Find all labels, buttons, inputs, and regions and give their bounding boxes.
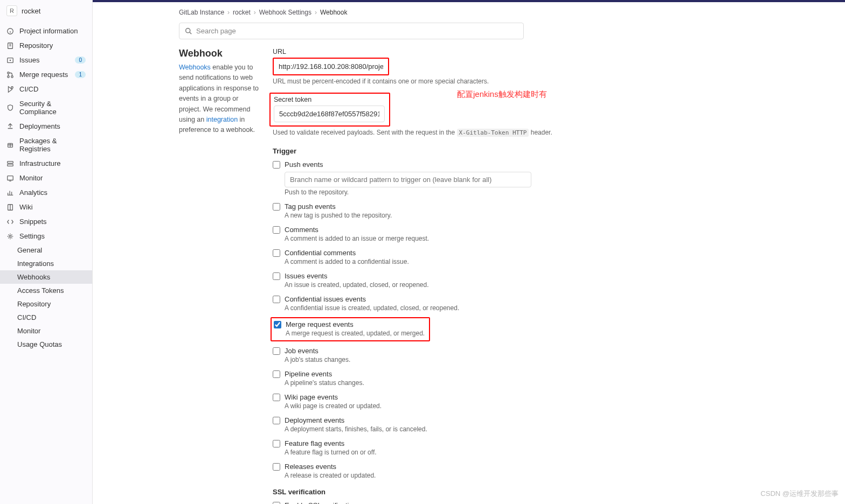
sidebar-item-package[interactable]: Packages & Registries — [0, 134, 92, 156]
token-input[interactable] — [274, 106, 385, 122]
trigger-label: Deployment events — [285, 416, 344, 424]
sidebar-item-repo[interactable]: Repository — [0, 38, 92, 53]
sidebar-item-label: Packages & Registries — [19, 137, 86, 153]
sidebar-item-merge[interactable]: Merge requests1 — [0, 67, 92, 82]
branch-pattern-input[interactable] — [285, 172, 531, 187]
trigger-label: Feature flag events — [285, 439, 344, 447]
trigger-section-label: Trigger — [273, 147, 764, 155]
sidebar-item-monitor[interactable]: Monitor — [0, 171, 92, 185]
sidebar-subitem-integrations[interactable]: Integrations — [0, 257, 92, 270]
page-title: Webhook — [179, 48, 260, 59]
sidebar-item-analytics[interactable]: Analytics — [0, 185, 92, 200]
trigger-feature-flag-events: Feature flag eventsA feature flag is tur… — [273, 438, 764, 457]
sidebar-item-label: Project information — [19, 27, 78, 35]
trigger-desc: A comment is added to a confidential iss… — [285, 258, 764, 265]
cicd-icon — [6, 86, 14, 93]
trigger-merge-request-events: Merge request eventsA merge request is c… — [271, 317, 430, 341]
search-page[interactable]: Search page — [179, 23, 524, 39]
webhooks-link[interactable]: Webhooks — [179, 64, 211, 71]
ssl-checkbox[interactable] — [273, 502, 280, 505]
sidebar-item-shield[interactable]: Security & Compliance — [0, 96, 92, 119]
trigger-checkbox[interactable] — [273, 161, 280, 169]
url-input[interactable] — [273, 58, 389, 75]
url-label: URL — [273, 48, 489, 55]
sidebar-item-wiki[interactable]: Wiki — [0, 200, 92, 214]
badge: 0 — [75, 57, 86, 64]
breadcrumb-item[interactable]: Webhook — [320, 9, 347, 16]
sidebar-subitem-repository[interactable]: Repository — [0, 297, 92, 311]
breadcrumb-item[interactable]: Webhook Settings — [259, 9, 311, 16]
snippets-icon — [6, 218, 14, 226]
sidebar-subitem-general[interactable]: General — [0, 243, 92, 257]
breadcrumb-separator: › — [254, 9, 256, 16]
sidebar-item-label: Analytics — [19, 188, 47, 197]
trigger-checkbox[interactable] — [273, 394, 280, 401]
trigger-issues-events: Issues eventsAn issue is created, update… — [273, 271, 764, 290]
trigger-checkbox[interactable] — [273, 226, 280, 234]
svg-point-3 — [10, 59, 11, 61]
trigger-checkbox[interactable] — [273, 440, 280, 447]
trigger-label: Confidential comments — [285, 249, 356, 257]
trigger-checkbox[interactable] — [273, 272, 280, 280]
issues-icon — [6, 57, 14, 64]
sidebar-item-label: Snippets — [19, 218, 47, 226]
sidebar-item-label: Repository — [19, 41, 53, 50]
trigger-checkbox[interactable] — [273, 296, 280, 303]
trigger-checkbox[interactable] — [273, 463, 280, 471]
sidebar-item-info[interactable]: Project information — [0, 24, 92, 38]
trigger-label: Releases events — [285, 463, 336, 471]
sidebar-subitem-access-tokens[interactable]: Access Tokens — [0, 284, 92, 297]
trigger-desc: A pipeline's status changes. — [285, 379, 764, 387]
trigger-desc: A job's status changes. — [285, 356, 764, 363]
token-label: Secret token — [274, 96, 385, 103]
trigger-desc: An issue is created, updated, closed, or… — [285, 281, 764, 289]
breadcrumb-item[interactable]: GitLab Instance — [179, 9, 224, 16]
sidebar-item-label: Issues — [19, 56, 40, 64]
trigger-label: Pipeline events — [285, 370, 332, 378]
nav-items: Project informationRepositoryIssues0Merg… — [0, 22, 92, 504]
main-content: GitLab Instance›rocket›Webhook Settings›… — [93, 0, 845, 504]
sidebar-item-label: Security & Compliance — [19, 100, 86, 116]
trigger-checkbox[interactable] — [273, 370, 280, 378]
package-icon — [6, 141, 14, 149]
svg-point-7 — [11, 86, 13, 88]
breadcrumb-item[interactable]: rocket — [233, 9, 251, 16]
trigger-checkbox[interactable] — [273, 417, 280, 424]
trigger-confidential-comments: Confidential commentsA comment is added … — [273, 248, 764, 267]
sidebar-subitem-ci/cd[interactable]: CI/CD — [0, 311, 92, 324]
sidebar-item-deploy[interactable]: Deployments — [0, 119, 92, 134]
trigger-desc: A release is created or updated. — [285, 472, 764, 479]
ssl-section-label: SSL verification — [273, 488, 764, 496]
trigger-tag-push-events: Tag push eventsA new tag is pushed to th… — [273, 201, 764, 220]
trigger-desc: Push to the repository. — [285, 188, 764, 196]
svg-rect-10 — [8, 164, 13, 166]
sidebar-item-cicd[interactable]: CI/CD — [0, 82, 92, 96]
sidebar-item-settings[interactable]: Settings — [0, 229, 92, 243]
trigger-desc: A comment is added to an issue or merge … — [285, 235, 764, 242]
trigger-checkbox[interactable] — [273, 203, 280, 211]
trigger-wiki-page-events: Wiki page eventsA wiki page is created o… — [273, 392, 764, 411]
trigger-checkbox[interactable] — [273, 249, 280, 257]
project-header[interactable]: R rocket — [0, 0, 92, 22]
integration-link[interactable]: integration — [206, 116, 238, 123]
trigger-label: Job events — [285, 347, 318, 355]
trigger-comments: CommentsA comment is added to an issue o… — [273, 225, 764, 243]
sidebar: R rocket Project informationRepositoryIs… — [0, 0, 93, 504]
sidebar-subitem-monitor[interactable]: Monitor — [0, 324, 92, 338]
info-icon — [6, 27, 14, 35]
sidebar-item-label: CI/CD — [19, 85, 38, 93]
settings-icon — [6, 233, 14, 240]
trigger-checkbox[interactable] — [274, 321, 281, 328]
sidebar-item-issues[interactable]: Issues0 — [0, 53, 92, 67]
sidebar-subitem-webhooks[interactable]: Webhooks — [0, 270, 92, 284]
trigger-label: Confidential issues events — [285, 295, 366, 303]
trigger-checkbox[interactable] — [273, 347, 280, 355]
sidebar-subitem-usage-quotas[interactable]: Usage Quotas — [0, 338, 92, 351]
trigger-label: Issues events — [285, 272, 328, 280]
annotation-text: 配置jenkins触发构建时有 — [457, 89, 547, 100]
sidebar-item-infra[interactable]: Infrastructure — [0, 156, 92, 171]
sidebar-item-label: Infrastructure — [19, 159, 61, 167]
trigger-desc: A deployment starts, finishes, fails, or… — [285, 425, 764, 433]
trigger-job-events: Job eventsA job's status changes. — [273, 346, 764, 365]
sidebar-item-snippets[interactable]: Snippets — [0, 214, 92, 229]
